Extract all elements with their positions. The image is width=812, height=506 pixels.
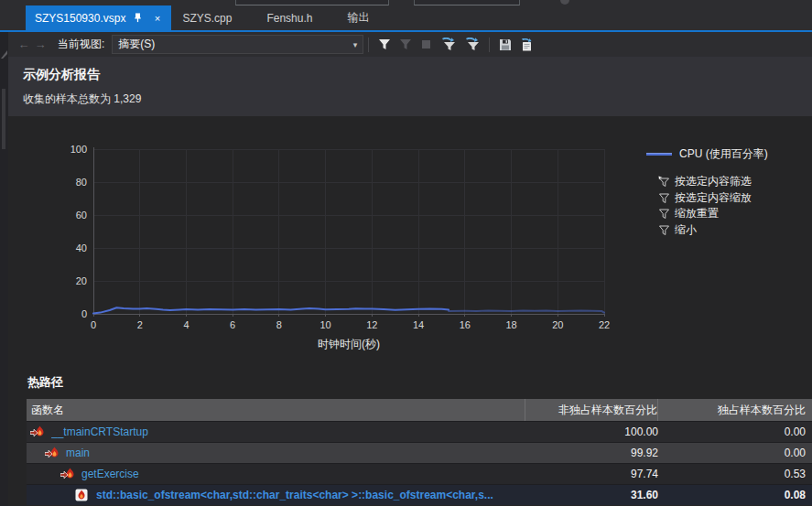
function-link[interactable]: main [66, 447, 90, 459]
tab-label: 输出 [347, 10, 369, 26]
y-tick-label: 60 [76, 210, 87, 221]
gutter-mark [2, 89, 5, 149]
x-tick-label: 14 [413, 319, 424, 330]
clear-filter-icon[interactable] [395, 35, 415, 54]
x-tick-label: 22 [599, 319, 610, 330]
y-tick-label: 100 [70, 144, 87, 155]
funnel-icon [658, 192, 670, 204]
save-icon[interactable] [495, 35, 514, 54]
samples-total-text: 收集的样本总数为 1,329 [23, 92, 141, 107]
table-row[interactable]: main 99.92 0.00 [27, 442, 812, 463]
forward-arrow-icon[interactable]: → [32, 38, 49, 51]
chart-canvas[interactable]: 0204060801000246810121416182022时钟时间(秒) [57, 135, 624, 363]
exclusive-percent: 0.53 [658, 468, 812, 480]
y-tick-label: 80 [76, 177, 87, 188]
chevron-down-icon: ▾ [353, 40, 358, 49]
x-tick-label: 0 [91, 319, 96, 330]
import-filter-icon[interactable] [438, 35, 460, 54]
pin-icon[interactable] [131, 11, 145, 25]
toolbar-separator [368, 38, 369, 52]
close-icon[interactable]: × [150, 11, 164, 25]
hot-path-flame-icon [30, 425, 46, 438]
report-header: 示例分析报告 收集的样本总数为 1,329 [8, 57, 812, 116]
hot-path-table: 函数名 非独占样本数百分比 独占样本数百分比 __tmainCRTStartup… [27, 399, 812, 505]
action-label: 缩放重置 [675, 206, 719, 221]
tab-fenshu-h[interactable]: Fenshu.h [255, 5, 336, 30]
action-label: 按选定内容筛选 [675, 174, 752, 189]
zoom-out-link[interactable]: 缩小 [658, 222, 752, 239]
chart-action-links: 按选定内容筛选 按选定内容缩放 缩放重置 缩小 [658, 174, 752, 238]
action-label: 缩小 [675, 222, 697, 238]
x-tick-label: 4 [183, 319, 189, 330]
x-axis-title: 时钟时间(秒) [318, 338, 380, 350]
exclusive-percent: 0.00 [658, 447, 812, 459]
cpu-usage-line [93, 307, 449, 313]
table-row[interactable]: std::basic_ofstream<char,std::char_trait… [27, 484, 812, 505]
x-tick-label: 2 [137, 319, 143, 330]
clipped-ui-fragment [560, 0, 569, 5]
zoom-by-selection-link[interactable]: 按选定内容缩放 [658, 190, 752, 207]
view-select-dropdown[interactable]: 摘要(S) ▾ [112, 35, 363, 54]
exclusive-percent: 0.00 [658, 425, 812, 438]
y-tick-label: 20 [76, 275, 87, 286]
x-tick-label: 18 [505, 319, 516, 330]
inclusive-percent: 97.74 [525, 468, 658, 480]
action-label: 按选定内容缩放 [675, 190, 752, 206]
toolbar-separator [489, 38, 490, 52]
filter-by-selection-link[interactable]: 按选定内容筛选 [658, 174, 752, 190]
column-header-function-name[interactable]: 函数名 [27, 399, 525, 421]
tab-szys-cpp[interactable]: SZYS.cpp [171, 5, 255, 30]
y-tick-label: 0 [81, 308, 87, 319]
left-gutter [0, 32, 8, 506]
table-header-row: 函数名 非独占样本数百分比 独占样本数百分比 [27, 399, 812, 421]
back-arrow-icon[interactable]: ← [16, 38, 32, 51]
filter-icon[interactable] [374, 35, 394, 54]
x-tick-label: 16 [460, 319, 471, 330]
funnel-icon [658, 208, 670, 220]
inclusive-percent: 31.60 [525, 489, 658, 501]
funnel-icon [658, 224, 670, 236]
legend-line-swatch [646, 153, 672, 156]
view-select-value: 摘要(S) [118, 37, 352, 52]
exclusive-percent: 0.08 [658, 489, 812, 501]
filter-select-funnel-icon [658, 176, 670, 188]
function-link[interactable]: __tmainCRTStartup [51, 425, 148, 438]
x-tick-label: 10 [320, 319, 331, 330]
tab-label: SZYS.cpp [182, 12, 232, 25]
cpu-usage-chart[interactable]: 0204060801000246810121416182022时钟时间(秒) [57, 135, 624, 363]
legend-label: CPU (使用百分率) [679, 146, 768, 162]
x-tick-label: 6 [230, 319, 235, 330]
table-row[interactable]: getExercise 97.74 0.53 [27, 463, 812, 484]
gutter-mark [1, 50, 7, 59]
function-link[interactable]: getExercise [81, 468, 139, 480]
y-tick-label: 40 [76, 242, 87, 253]
document-tab-bar: SZYS150930.vspx × SZYS.cpp Fenshu.h 输出 [0, 5, 812, 30]
table-row[interactable]: __tmainCRTStartup 100.00 0.00 [27, 421, 812, 442]
chart-legend: CPU (使用百分率) [646, 146, 768, 162]
reset-zoom-link[interactable]: 缩放重置 [658, 206, 752, 222]
column-header-inclusive-samples[interactable]: 非独占样本数百分比 [525, 399, 658, 421]
page-title: 示例分析报告 [23, 67, 100, 83]
function-link[interactable]: std::basic_ofstream<char,std::char_trait… [96, 489, 493, 501]
x-tick-label: 8 [276, 319, 282, 330]
tab-vspx-report[interactable]: SZYS150930.vspx × [26, 5, 171, 30]
tab-label: Fenshu.h [266, 12, 312, 25]
flame-badge-icon [75, 489, 91, 501]
hot-path-flame-icon [45, 447, 60, 459]
inclusive-percent: 100.00 [525, 425, 658, 438]
cpu-usage-line [449, 311, 604, 313]
hot-path-section-title: 热路径 [27, 374, 63, 391]
stop-icon[interactable] [417, 35, 436, 54]
x-tick-label: 20 [552, 319, 563, 330]
inclusive-percent: 99.92 [525, 447, 658, 459]
report-toolbar: ← → 当前视图: 摘要(S) ▾ [8, 32, 812, 57]
hot-path-flame-icon [60, 468, 76, 480]
column-header-exclusive-samples[interactable]: 独占样本数百分比 [658, 403, 812, 418]
tab-output[interactable]: 输出 [336, 5, 393, 30]
export-report-icon[interactable] [516, 35, 536, 54]
x-tick-label: 12 [366, 319, 377, 330]
current-view-label: 当前视图: [58, 37, 104, 52]
tab-label: SZYS150930.vspx [35, 12, 125, 25]
export-filter-icon[interactable] [461, 35, 483, 54]
